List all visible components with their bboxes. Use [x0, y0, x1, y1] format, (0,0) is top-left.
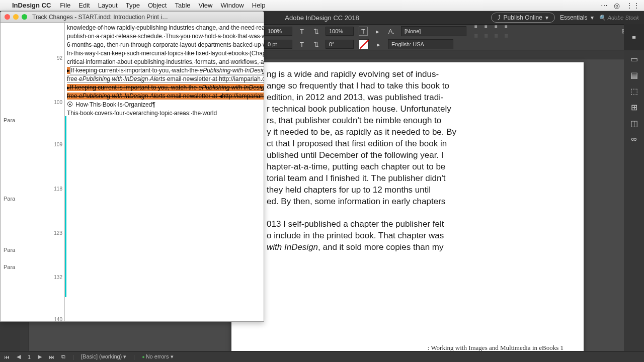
first-page-icon[interactable]: ⏮ [4, 354, 10, 360]
menu-type[interactable]: Type [126, 2, 140, 9]
menu-window[interactable]: Window [221, 2, 244, 9]
story-editor-titlebar[interactable]: Track Changes - START.indd: Introduction… [1, 12, 264, 23]
style-status[interactable]: [Basic] (working) ▾ [81, 353, 126, 360]
links-panel-icon[interactable]: ⬚ [629, 86, 638, 96]
mac-menubar: InDesign CC File Edit Layout Type Object… [0, 0, 644, 11]
page-text-frame[interactable]: ng is a wide and rapidly evolving set of… [267, 68, 483, 253]
menu-edit[interactable]: Edit [78, 2, 90, 9]
preflight-status[interactable]: ●No errors ▾ [142, 353, 173, 360]
page-field[interactable]: 1 [28, 354, 31, 360]
story-text[interactable]: knowledge·of·how·rapidly·epublishing·ind… [65, 23, 264, 321]
story-editor-window: Track Changes - START.indd: Introduction… [0, 11, 264, 322]
status-bar: ⏮ ◀ 1 ▶ ⏭ ⧉ | [Basic] (working) ▾ | ●No … [0, 351, 644, 362]
skew-icon: T [297, 40, 306, 49]
char-a-icon: A. [387, 27, 396, 36]
chain-icon[interactable]: ⇅ [311, 27, 320, 36]
minimize-icon[interactable] [13, 14, 19, 20]
page[interactable]: ng is a wide and rapidly evolving set of… [231, 62, 584, 351]
type-tool-icon: T [297, 27, 306, 36]
prev-page-icon[interactable]: ◀ [17, 353, 21, 360]
scale-field[interactable]: 100% [326, 27, 354, 36]
next-page-icon[interactable]: ▶ [38, 353, 42, 360]
cc-app-icon[interactable]: ◎ [614, 2, 620, 10]
page-footer: : Working with Images and Multimedia in … [428, 344, 564, 351]
right-strip-top: ≡ [624, 24, 644, 50]
publish-online-button[interactable]: ⤴Publish Online▾ [491, 13, 555, 23]
layers-panel-icon[interactable]: ▤ [629, 70, 638, 79]
zoom-field[interactable]: 100% [264, 27, 292, 36]
chain2-icon[interactable]: ⇅ [311, 40, 320, 49]
wifi-icon[interactable]: ⋮⋮ [626, 2, 640, 10]
menu-table[interactable]: Table [175, 2, 190, 9]
pages-panel-icon[interactable]: ▭ [629, 54, 638, 63]
expand-panel-icon[interactable]: ≡ [629, 33, 638, 42]
app-name[interactable]: InDesign CC [12, 2, 51, 9]
close-icon[interactable] [5, 14, 10, 20]
menu-view[interactable]: View [199, 2, 213, 9]
fill-swatch[interactable] [359, 39, 369, 49]
story-gutter: 92 100 Para 109 118 Para 123 Para Para 1… [1, 23, 65, 321]
swatch-arrow-icon[interactable]: ▸ [374, 40, 383, 49]
open-icon[interactable]: ⧉ [61, 353, 65, 360]
cc-icon[interactable]: ⋯ [601, 2, 608, 10]
zoom-icon[interactable] [22, 14, 27, 20]
menu-file[interactable]: File [60, 2, 70, 9]
story-editor-title: Track Changes - START.indd: Introduction… [32, 14, 168, 21]
arrow-icon: ▸ [373, 27, 382, 36]
rotation-field[interactable]: 0° [326, 40, 354, 49]
menu-layout[interactable]: Layout [98, 2, 118, 9]
char-format-icon[interactable]: T [359, 27, 368, 36]
paragraph-style-dropdown[interactable]: [None] [401, 26, 466, 36]
cc-lib-panel-icon[interactable]: ∞ [629, 135, 638, 144]
adobe-stock-search[interactable]: 🔍Adobe Stock [599, 15, 639, 21]
menu-help[interactable]: Help [252, 2, 266, 9]
language-dropdown[interactable]: English: USA [388, 39, 453, 49]
baseline-field[interactable]: 0 pt [264, 40, 292, 49]
app-title: Adobe InDesign CC 2018 [285, 14, 359, 22]
menu-object[interactable]: Object [148, 2, 167, 9]
swatches-panel-icon[interactable]: ◫ [629, 119, 638, 128]
stroke-panel-icon[interactable]: ⊞ [629, 103, 638, 112]
panel-dock: ▭ ▤ ⬚ ⊞ ◫ ∞ [624, 50, 644, 351]
workspace-switcher[interactable]: Essentials▾ [560, 14, 594, 21]
last-page-icon[interactable]: ⏭ [49, 354, 54, 360]
